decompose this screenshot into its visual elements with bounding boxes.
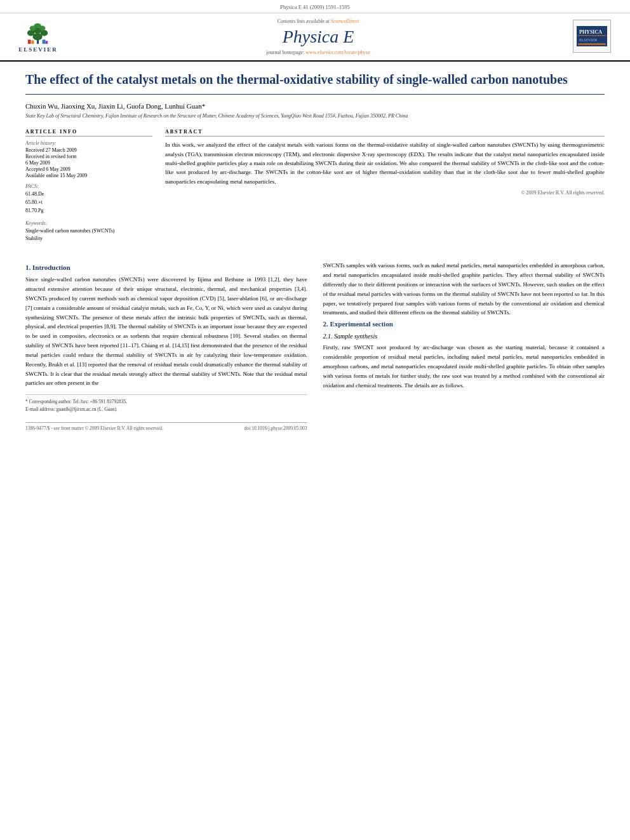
received-date: Received 27 March 2009 bbox=[25, 147, 152, 153]
elsevier-logo-area: ELSEVIER bbox=[13, 20, 64, 55]
elsevier-text-label: ELSEVIER bbox=[18, 46, 58, 53]
keywords-group: Keywords: Single-walled carbon nanotubes… bbox=[25, 220, 152, 244]
history-label: Article history: bbox=[25, 140, 152, 146]
section1-para-right: SWCNTs samples with various forms, such … bbox=[323, 261, 605, 317]
sciencedirect-line: Contents lists available at ScienceDirec… bbox=[64, 18, 573, 24]
svg-point-7 bbox=[34, 23, 41, 28]
article-info-col: ARTICLE INFO Article history: Received 2… bbox=[25, 129, 152, 248]
svg-text:ELSEVIER: ELSEVIER bbox=[579, 38, 597, 42]
footnote-star: * Corresponding author. Tel./fax: +86 59… bbox=[25, 398, 307, 405]
journal-header: ELSEVIER Contents lists available at Sci… bbox=[0, 13, 630, 62]
keywords-list: Single-walled carbon nanotubes (SWCNTs) … bbox=[25, 227, 152, 244]
footer-bar: 1386-9477/$ - see front matter © 2009 El… bbox=[25, 422, 307, 431]
page-wrapper: Physica E 41 (2009) 1591–1595 bbox=[0, 0, 630, 840]
journal-homepage: journal homepage: www.elsevier.com/locat… bbox=[64, 50, 573, 55]
physica-logo-box: PHYSICA ELSEVIER bbox=[573, 20, 611, 53]
homepage-link[interactable]: www.elsevier.com/locate/physe bbox=[305, 50, 370, 55]
revised-date: 6 May 2009 bbox=[25, 160, 152, 166]
svg-rect-9 bbox=[31, 40, 34, 44]
journal-name: Physica E bbox=[64, 27, 573, 47]
keywords-label: Keywords: bbox=[25, 220, 152, 226]
footnote-email: E-mail address: guanlh@fjirsm.ac.cn (L. … bbox=[25, 406, 307, 413]
section2-subsection-title: 2.1. Sample synthesis bbox=[323, 333, 605, 340]
section2-title: 2. Experimental section bbox=[323, 320, 605, 328]
article-info-header: ARTICLE INFO bbox=[25, 129, 152, 137]
abstract-text: In this work, we analyzed the effect of … bbox=[165, 140, 605, 186]
copyright-line: © 2009 Elsevier B.V. All rights reserved… bbox=[165, 190, 605, 196]
available-online: Available online 15 May 2009 bbox=[25, 173, 152, 178]
footnote-area: * Corresponding author. Tel./fax: +86 59… bbox=[25, 394, 307, 413]
main-content: The effect of the catalyst metals on the… bbox=[0, 62, 630, 444]
section1-para1: Since single-walled carbon nanotubes (SW… bbox=[25, 275, 307, 388]
abstract-col: ABSTRACT In this work, we analyzed the e… bbox=[165, 129, 605, 248]
journal-volume-info: Physica E 41 (2009) 1591–1595 bbox=[280, 4, 350, 10]
pacs-numbers: 61.48.De65.80.+t81.70.Pg bbox=[25, 190, 152, 215]
doi-line: doi:10.1016/j.physe.2009.05.003 bbox=[245, 425, 307, 431]
pacs-label: PACS: bbox=[25, 183, 152, 189]
physica-logo-area: PHYSICA ELSEVIER bbox=[573, 20, 617, 55]
body-col-right: SWCNTs samples with various forms, such … bbox=[323, 261, 605, 431]
body-col-left: 1. Introduction Since single-walled carb… bbox=[25, 261, 307, 431]
svg-rect-10 bbox=[42, 39, 45, 44]
elsevier-tree-icon bbox=[21, 20, 56, 45]
pacs-group: PACS: 61.48.De65.80.+t81.70.Pg bbox=[25, 183, 152, 215]
issn-line: 1386-9477/$ - see front matter © 2009 El… bbox=[25, 425, 163, 431]
authors-text: Chuxin Wu, Jiaoxing Xu, Jiaxin Li, Guofa… bbox=[25, 102, 205, 110]
revised-label: Received in revised form bbox=[25, 154, 152, 159]
svg-rect-11 bbox=[45, 41, 48, 44]
abstract-header: ABSTRACT bbox=[165, 129, 605, 137]
elsevier-logo: ELSEVIER bbox=[13, 20, 64, 55]
physica-logo-icon: PHYSICA ELSEVIER bbox=[577, 26, 607, 46]
authors: Chuxin Wu, Jiaoxing Xu, Jiaxin Li, Guofa… bbox=[25, 102, 605, 110]
accepted-date: Accepted 6 May 2009 bbox=[25, 166, 152, 172]
svg-rect-8 bbox=[27, 39, 30, 44]
article-info-abstract-row: ARTICLE INFO Article history: Received 2… bbox=[25, 129, 605, 248]
svg-rect-16 bbox=[578, 43, 606, 45]
history-group: Article history: Received 27 March 2009 … bbox=[25, 140, 152, 178]
sciencedirect-link[interactable]: ScienceDirect bbox=[331, 18, 359, 24]
section1-title: 1. Introduction bbox=[25, 263, 307, 271]
section2-para: Firstly, raw SWCNT soot produced by arc-… bbox=[323, 343, 605, 390]
top-bar: Physica E 41 (2009) 1591–1595 bbox=[0, 0, 630, 13]
affiliation: State Key Lab of Structural Chemistry, F… bbox=[25, 112, 605, 119]
body-columns: 1. Introduction Since single-walled carb… bbox=[25, 261, 605, 431]
svg-text:PHYSICA: PHYSICA bbox=[579, 29, 602, 35]
article-title: The effect of the catalyst metals on the… bbox=[25, 71, 605, 95]
journal-header-center: Contents lists available at ScienceDirec… bbox=[64, 18, 573, 55]
